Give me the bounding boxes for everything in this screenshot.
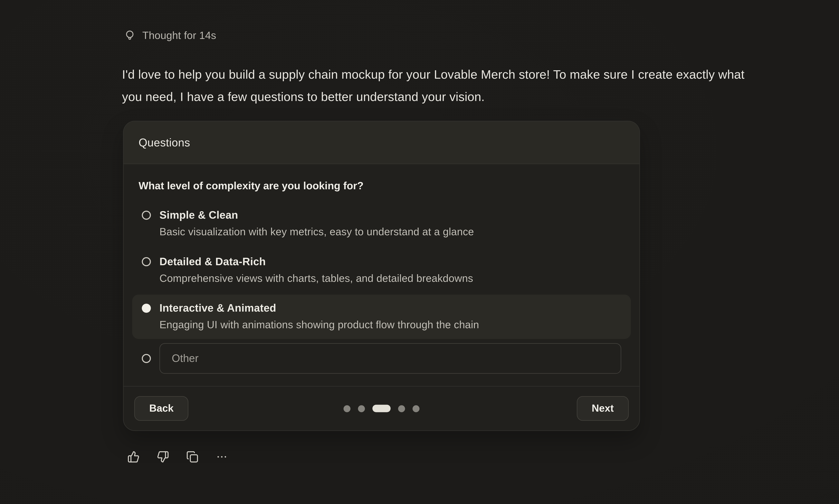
more-options-button[interactable] xyxy=(216,451,228,463)
lightbulb-icon xyxy=(124,29,136,42)
option-description: Engaging UI with animations showing prod… xyxy=(159,316,621,334)
questions-card-footer: Back Next xyxy=(124,386,640,430)
thumbs-up-icon xyxy=(127,451,140,463)
option-detailed-data-rich[interactable]: Detailed & Data-Rich Comprehensive views… xyxy=(132,248,631,292)
pagination-dot[interactable] xyxy=(413,405,420,412)
pagination-dot[interactable] xyxy=(398,405,405,412)
questions-card-body: What level of complexity are you looking… xyxy=(124,164,640,386)
card-title: Questions xyxy=(139,136,190,149)
thumbs-up-button[interactable] xyxy=(127,451,140,463)
option-description: Comprehensive views with charts, tables,… xyxy=(159,270,621,287)
option-label: Detailed & Data-Rich xyxy=(159,253,621,270)
option-interactive-animated[interactable]: Interactive & Animated Engaging UI with … xyxy=(132,294,631,339)
option-label: Interactive & Animated xyxy=(159,300,621,316)
option-description: Basic visualization with key metrics, ea… xyxy=(159,223,621,240)
pagination xyxy=(344,405,420,412)
chat-message-area: Thought for 14s I'd love to help you bui… xyxy=(0,0,839,504)
pagination-dot[interactable] xyxy=(358,405,365,412)
radio-unselected-icon[interactable] xyxy=(142,257,151,266)
radio-selected-icon[interactable] xyxy=(142,304,151,312)
pagination-dot[interactable] xyxy=(344,405,351,412)
question-text: What level of complexity are you looking… xyxy=(139,178,624,193)
message-actions xyxy=(127,451,228,463)
option-simple-clean[interactable]: Simple & Clean Basic visualization with … xyxy=(132,202,631,246)
option-label: Simple & Clean xyxy=(159,207,621,223)
pagination-dot-active[interactable] xyxy=(372,405,390,412)
other-option-input[interactable] xyxy=(159,343,621,374)
questions-card: Questions What level of complexity are y… xyxy=(123,121,640,431)
radio-unselected-icon[interactable] xyxy=(142,354,151,363)
radio-unselected-icon[interactable] xyxy=(142,211,151,220)
questions-card-header: Questions xyxy=(124,121,640,164)
more-horizontal-icon xyxy=(216,451,228,463)
thumbs-down-icon xyxy=(157,451,169,463)
next-button[interactable]: Next xyxy=(577,396,629,421)
thought-toggle[interactable]: Thought for 14s xyxy=(124,29,216,42)
option-other[interactable] xyxy=(132,343,631,374)
copy-button[interactable] xyxy=(186,451,199,463)
back-button[interactable]: Back xyxy=(134,396,189,421)
assistant-message-text: I'd love to help you build a supply chai… xyxy=(122,63,748,108)
copy-icon xyxy=(186,451,199,463)
thought-label: Thought for 14s xyxy=(142,29,216,42)
thumbs-down-button[interactable] xyxy=(157,451,169,463)
